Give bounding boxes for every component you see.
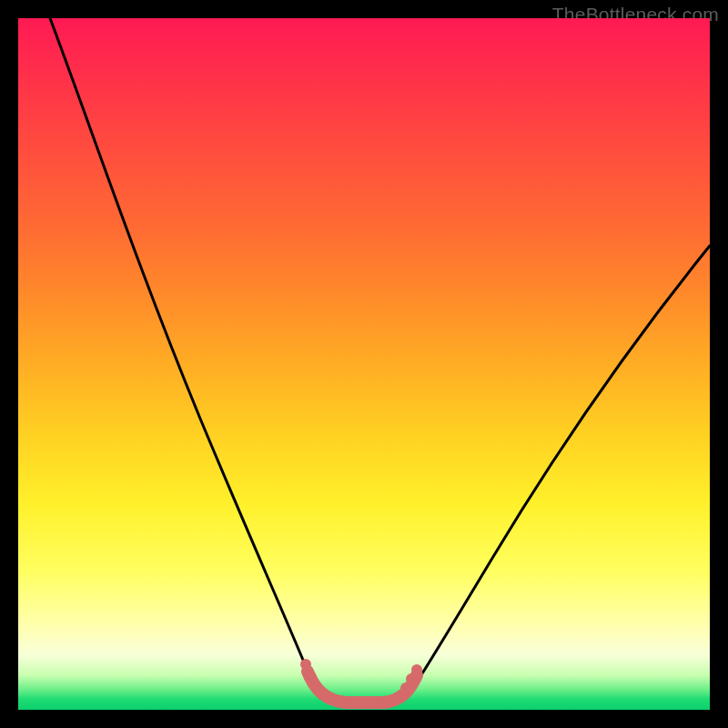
valley-dot <box>315 686 326 697</box>
valley-dot <box>400 682 411 693</box>
plot-area <box>18 18 710 710</box>
curve-overlay <box>18 18 710 710</box>
valley-highlight <box>308 672 417 703</box>
chart-stage: TheBottleneck.com <box>0 0 728 728</box>
valley-dot <box>406 673 417 684</box>
line-right-curve <box>408 246 710 696</box>
valley-dot <box>411 664 422 675</box>
line-left-curve <box>50 18 320 698</box>
valley-dot <box>300 659 311 670</box>
valley-dot <box>306 672 317 682</box>
